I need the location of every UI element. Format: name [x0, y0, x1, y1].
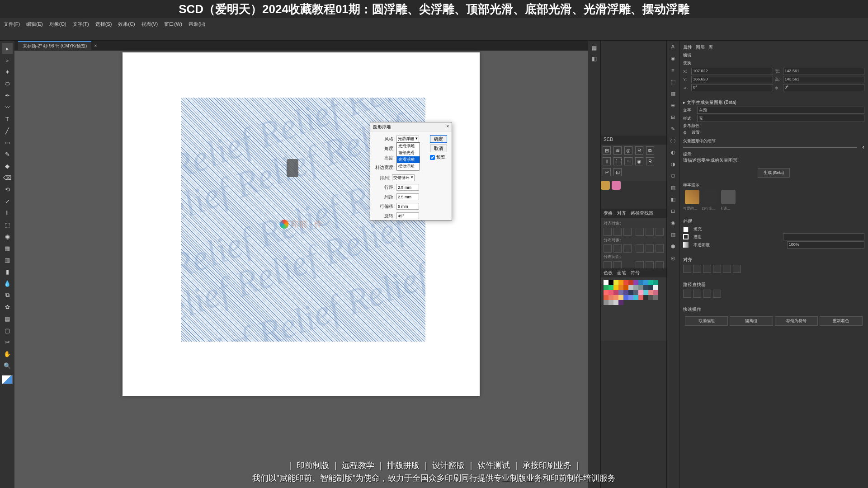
distribute-button[interactable]: [636, 244, 644, 253]
hand-tool[interactable]: ✋: [2, 348, 13, 359]
transform-tab[interactable]: 变换: [604, 210, 613, 216]
align-button[interactable]: [713, 265, 721, 273]
scd-tool-icon[interactable]: ⫴: [603, 157, 611, 165]
panel-toggle-icon[interactable]: ⊕: [669, 103, 678, 112]
color-swatch[interactable]: [618, 300, 623, 305]
align-left-button[interactable]: [604, 228, 612, 236]
panel-toggle-icon[interactable]: ⊞: [669, 114, 678, 123]
pen-tool[interactable]: ✒: [2, 90, 13, 101]
panel-toggle-icon[interactable]: ◎: [669, 255, 678, 264]
color-swatch[interactable]: [648, 290, 653, 295]
panel-toggle-icon[interactable]: ▤: [669, 185, 678, 194]
detail-slider[interactable]: [683, 147, 857, 148]
color-swatch[interactable]: [628, 280, 633, 285]
document-tab[interactable]: 未标题-2* @ 96 % (CMYK/预览): [18, 41, 91, 50]
ok-button[interactable]: 确定: [430, 135, 447, 143]
menu-text[interactable]: 文字(T): [73, 21, 89, 28]
color-swatch[interactable]: [618, 295, 623, 300]
gradient-tool[interactable]: ▮: [2, 266, 13, 277]
color-swatch[interactable]: [638, 280, 643, 285]
rotate-tool[interactable]: ⟲: [2, 184, 13, 195]
color-swatch[interactable]: [638, 285, 643, 290]
color-swatch[interactable]: [653, 285, 658, 290]
opacity-input[interactable]: 100%: [787, 241, 864, 249]
color-swatch[interactable]: [643, 290, 648, 295]
menu-window[interactable]: 窗口(W): [164, 21, 182, 28]
color-swatch[interactable]: [613, 280, 618, 285]
color-swatch[interactable]: [604, 300, 609, 305]
scale-tool[interactable]: ⤢: [2, 196, 13, 206]
preview-checkbox[interactable]: 预览: [430, 154, 449, 160]
save-symbol-button[interactable]: 存储为符号: [775, 316, 818, 326]
align-middle-button[interactable]: [646, 228, 654, 236]
align-right-button[interactable]: [623, 228, 632, 236]
scd-tool-icon[interactable]: ≈: [624, 157, 632, 165]
distribute-button[interactable]: [623, 244, 632, 253]
rectangle-tool[interactable]: ▭: [2, 137, 13, 148]
shape-builder-tool[interactable]: ◉: [2, 231, 13, 242]
color-swatch[interactable]: [633, 290, 638, 295]
hint-input[interactable]: 请描述您要生成的矢量图形!: [683, 157, 864, 166]
align-bottom-button[interactable]: [656, 228, 664, 236]
stroke-swatch[interactable]: [683, 234, 689, 239]
color-swatch[interactable]: [638, 290, 643, 295]
color-swatch[interactable]: [633, 295, 638, 300]
color-swatch[interactable]: [609, 290, 613, 295]
rotate-input[interactable]: [396, 212, 419, 219]
panel-toggle-icon[interactable]: ✎: [669, 126, 678, 135]
menu-object[interactable]: 对象(O): [49, 21, 66, 28]
curvature-tool[interactable]: 〰: [2, 102, 13, 113]
style-input[interactable]: 无: [697, 115, 864, 122]
pathfinder-button[interactable]: [713, 290, 721, 298]
panel-toggle-icon[interactable]: ◐: [669, 150, 678, 159]
sample-thumb[interactable]: [721, 190, 736, 204]
pathfinder-button[interactable]: [703, 290, 711, 298]
scd-tool-icon[interactable]: ◎: [624, 146, 632, 155]
panel-toggle-icon[interactable]: ◉: [669, 56, 678, 65]
pathfinder-button[interactable]: [683, 290, 691, 298]
eraser-tool[interactable]: ⌫: [2, 172, 13, 183]
sample-thumb[interactable]: [685, 190, 699, 204]
color-swatch[interactable]: [618, 290, 623, 295]
menu-file[interactable]: 文件(F): [4, 21, 20, 28]
magic-wand-tool[interactable]: ✦: [2, 66, 13, 77]
sample-thumb[interactable]: [703, 190, 717, 204]
brushes-tab[interactable]: 画笔: [617, 270, 626, 276]
color-swatch[interactable]: [609, 285, 613, 290]
brush-tool[interactable]: ✎: [2, 149, 13, 160]
libraries-tab[interactable]: 库: [708, 44, 713, 51]
distribute-button[interactable]: [646, 244, 654, 253]
selection-tool[interactable]: ▸: [2, 43, 13, 54]
shaper-tool[interactable]: ◆: [2, 160, 13, 171]
menu-help[interactable]: 帮助(H): [189, 21, 205, 28]
color-swatch[interactable]: [653, 290, 658, 295]
free-transform-tool[interactable]: ⬚: [2, 219, 13, 230]
ungroup-button[interactable]: 取消编组: [685, 316, 728, 326]
distribute-button[interactable]: [656, 244, 664, 253]
symbol-sprayer-tool[interactable]: ✿: [2, 301, 13, 312]
generate-button[interactable]: 生成 (Beta): [758, 168, 790, 178]
artboard-tool[interactable]: ▢: [2, 325, 13, 336]
subject-input[interactable]: 主题: [697, 107, 864, 114]
scd-tool-icon[interactable]: ◉: [635, 157, 643, 165]
w-input[interactable]: 143.561: [783, 68, 865, 75]
style-dropdown[interactable]: 光滑浮雕▾ 光滑浮雕 顶部光滑 光滑浮雕 摆动浮雕: [396, 136, 419, 142]
x-input[interactable]: 107.022: [691, 68, 773, 75]
perspective-tool[interactable]: ▦: [2, 243, 13, 253]
blend-tool[interactable]: ⧉: [2, 290, 13, 300]
scd-tool-icon[interactable]: ⋮⋮: [613, 157, 622, 165]
color-swatch[interactable]: [613, 295, 618, 300]
color-swatch[interactable]: [623, 285, 628, 290]
stroke-weight-input[interactable]: [783, 233, 864, 240]
panel-toggle-icon[interactable]: ⊡: [669, 208, 678, 217]
panel-toggle-icon[interactable]: ◑: [669, 161, 678, 170]
color-swatch[interactable]: [613, 285, 618, 290]
recolor-button[interactable]: 重新着色: [820, 316, 863, 326]
graph-tool[interactable]: ▤: [2, 313, 13, 324]
align-center-button[interactable]: [613, 228, 622, 236]
color-swatch[interactable]: [609, 300, 613, 305]
menu-edit[interactable]: 编辑(E): [26, 21, 43, 28]
pathfinder-tab[interactable]: 路径查找器: [631, 210, 653, 216]
symbols-tab[interactable]: 符号: [631, 270, 640, 276]
width-tool[interactable]: ⫴: [2, 207, 13, 218]
